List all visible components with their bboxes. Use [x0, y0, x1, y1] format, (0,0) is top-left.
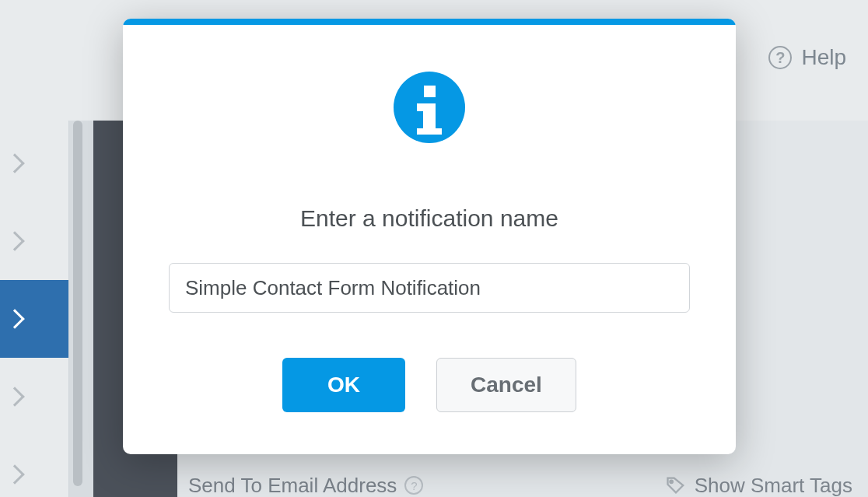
modal-accent-bar	[123, 19, 736, 25]
chevron-right-icon	[5, 464, 24, 484]
svg-point-0	[670, 481, 673, 484]
notification-name-input[interactable]	[169, 263, 690, 313]
help-link[interactable]: ? Help	[768, 45, 846, 70]
help-icon: ?	[768, 46, 792, 69]
scrollbar[interactable]	[73, 121, 82, 486]
smart-tags-link[interactable]: Show Smart Tags	[665, 474, 852, 498]
tag-icon	[665, 474, 687, 496]
chevron-right-icon	[5, 153, 24, 173]
field-label: Send To Email Address ?	[188, 474, 423, 498]
modal-body: Enter a notification name OK Cancel	[123, 25, 736, 443]
chevron-right-icon	[5, 309, 24, 328]
ok-button[interactable]: OK	[282, 358, 405, 412]
sidebar-item-3[interactable]	[0, 280, 68, 358]
notification-name-modal: Enter a notification name OK Cancel	[123, 19, 736, 454]
sidebar-item-2[interactable]	[0, 202, 68, 280]
sidebar	[0, 121, 69, 497]
chevron-right-icon	[5, 387, 24, 406]
sidebar-item-4[interactable]	[0, 358, 68, 436]
smart-tags-label: Show Smart Tags	[695, 474, 852, 498]
help-icon[interactable]: ?	[404, 476, 423, 495]
help-label: Help	[801, 45, 846, 70]
sidebar-item-5[interactable]	[0, 436, 68, 497]
modal-title: Enter a notification name	[300, 205, 558, 232]
sidebar-item-1[interactable]	[0, 124, 68, 202]
info-icon	[394, 72, 465, 143]
field-row: Send To Email Address ? Show Smart Tags	[188, 466, 868, 497]
field-label-text: Send To Email Address	[188, 474, 397, 498]
modal-buttons: OK Cancel	[282, 358, 576, 412]
chevron-right-icon	[5, 231, 24, 250]
cancel-button[interactable]: Cancel	[436, 358, 576, 412]
